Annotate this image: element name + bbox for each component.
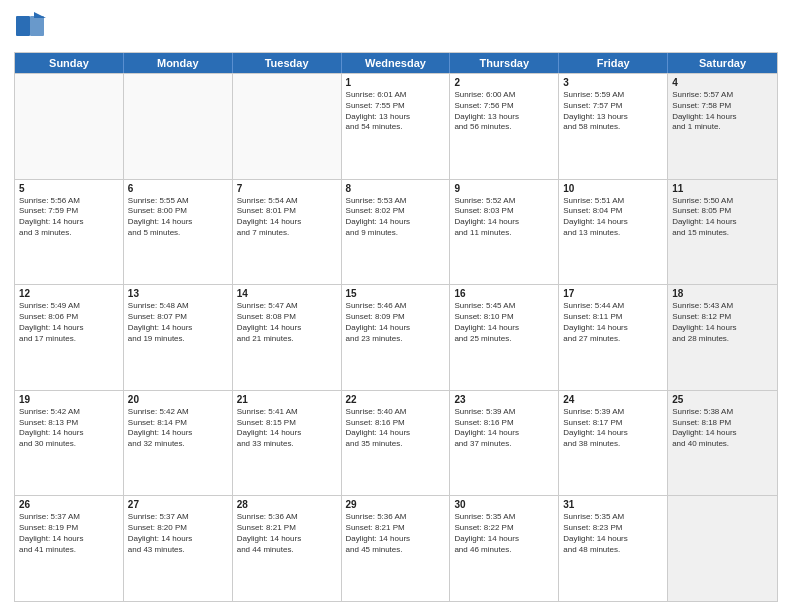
cell-info-line: and 41 minutes. <box>19 545 119 556</box>
cell-info-line: Daylight: 14 hours <box>237 428 337 439</box>
cell-info-line: Sunrise: 5:47 AM <box>237 301 337 312</box>
header-day-saturday: Saturday <box>668 53 777 73</box>
cell-info-line: and 56 minutes. <box>454 122 554 133</box>
cell-info-line: Sunset: 8:04 PM <box>563 206 663 217</box>
cell-info-line: Sunset: 8:12 PM <box>672 312 773 323</box>
day-number: 31 <box>563 499 663 510</box>
day-number: 22 <box>346 394 446 405</box>
cell-info-line: Sunrise: 6:00 AM <box>454 90 554 101</box>
cell-info-line: Sunset: 8:08 PM <box>237 312 337 323</box>
day-number: 26 <box>19 499 119 510</box>
cell-info-line: Daylight: 14 hours <box>346 428 446 439</box>
day-number: 29 <box>346 499 446 510</box>
cell-info-line: and 17 minutes. <box>19 334 119 345</box>
cal-row-4: 26Sunrise: 5:37 AMSunset: 8:19 PMDayligh… <box>15 495 777 601</box>
cell-info-line: Daylight: 14 hours <box>128 217 228 228</box>
day-number: 6 <box>128 183 228 194</box>
cal-row-1: 5Sunrise: 5:56 AMSunset: 7:59 PMDaylight… <box>15 179 777 285</box>
cell-info-line: Daylight: 14 hours <box>346 217 446 228</box>
cal-cell-r2c1: 13Sunrise: 5:48 AMSunset: 8:07 PMDayligh… <box>124 285 233 390</box>
cell-info-line: and 45 minutes. <box>346 545 446 556</box>
cell-info-line: Sunset: 8:05 PM <box>672 206 773 217</box>
cell-info-line: Sunset: 8:22 PM <box>454 523 554 534</box>
cell-info-line: Sunrise: 5:42 AM <box>19 407 119 418</box>
cell-info-line: Sunset: 8:19 PM <box>19 523 119 534</box>
cell-info-line: Daylight: 14 hours <box>672 428 773 439</box>
calendar-body: 1Sunrise: 6:01 AMSunset: 7:55 PMDaylight… <box>15 73 777 601</box>
cell-info-line: Daylight: 14 hours <box>19 534 119 545</box>
day-number: 18 <box>672 288 773 299</box>
day-number: 27 <box>128 499 228 510</box>
cal-cell-r0c0 <box>15 74 124 179</box>
day-number: 12 <box>19 288 119 299</box>
cal-cell-r3c1: 20Sunrise: 5:42 AMSunset: 8:14 PMDayligh… <box>124 391 233 496</box>
cell-info-line: and 1 minute. <box>672 122 773 133</box>
cell-info-line: Sunset: 8:18 PM <box>672 418 773 429</box>
cell-info-line: and 13 minutes. <box>563 228 663 239</box>
day-number: 3 <box>563 77 663 88</box>
cell-info-line: Sunrise: 5:57 AM <box>672 90 773 101</box>
cell-info-line: Sunrise: 5:54 AM <box>237 196 337 207</box>
cell-info-line: Sunrise: 5:36 AM <box>346 512 446 523</box>
cal-cell-r0c2 <box>233 74 342 179</box>
cell-info-line: Daylight: 13 hours <box>563 112 663 123</box>
cell-info-line: Daylight: 14 hours <box>128 534 228 545</box>
cell-info-line: Sunset: 8:10 PM <box>454 312 554 323</box>
cell-info-line: and 28 minutes. <box>672 334 773 345</box>
day-number: 16 <box>454 288 554 299</box>
day-number: 14 <box>237 288 337 299</box>
header-day-tuesday: Tuesday <box>233 53 342 73</box>
cell-info-line: Sunrise: 5:43 AM <box>672 301 773 312</box>
cell-info-line: Sunset: 7:55 PM <box>346 101 446 112</box>
cal-cell-r3c0: 19Sunrise: 5:42 AMSunset: 8:13 PMDayligh… <box>15 391 124 496</box>
cal-cell-r1c6: 11Sunrise: 5:50 AMSunset: 8:05 PMDayligh… <box>668 180 777 285</box>
cell-info-line: Sunrise: 5:42 AM <box>128 407 228 418</box>
cell-info-line: Sunrise: 6:01 AM <box>346 90 446 101</box>
cell-info-line: and 25 minutes. <box>454 334 554 345</box>
cal-cell-r1c4: 9Sunrise: 5:52 AMSunset: 8:03 PMDaylight… <box>450 180 559 285</box>
cal-cell-r4c3: 29Sunrise: 5:36 AMSunset: 8:21 PMDayligh… <box>342 496 451 601</box>
cell-info-line: Daylight: 14 hours <box>19 323 119 334</box>
header-day-thursday: Thursday <box>450 53 559 73</box>
cell-info-line: Sunset: 8:16 PM <box>454 418 554 429</box>
cal-cell-r4c2: 28Sunrise: 5:36 AMSunset: 8:21 PMDayligh… <box>233 496 342 601</box>
cell-info-line: Sunrise: 5:46 AM <box>346 301 446 312</box>
calendar: SundayMondayTuesdayWednesdayThursdayFrid… <box>14 52 778 602</box>
cell-info-line: Sunset: 8:02 PM <box>346 206 446 217</box>
cal-row-3: 19Sunrise: 5:42 AMSunset: 8:13 PMDayligh… <box>15 390 777 496</box>
header-day-sunday: Sunday <box>15 53 124 73</box>
cell-info-line: Daylight: 14 hours <box>563 217 663 228</box>
cell-info-line: Daylight: 14 hours <box>563 428 663 439</box>
cal-cell-r4c0: 26Sunrise: 5:37 AMSunset: 8:19 PMDayligh… <box>15 496 124 601</box>
day-number: 15 <box>346 288 446 299</box>
cell-info-line: Daylight: 14 hours <box>237 534 337 545</box>
cal-cell-r4c1: 27Sunrise: 5:37 AMSunset: 8:20 PMDayligh… <box>124 496 233 601</box>
cell-info-line: Daylight: 14 hours <box>454 428 554 439</box>
day-number: 9 <box>454 183 554 194</box>
cell-info-line: Sunset: 8:15 PM <box>237 418 337 429</box>
cell-info-line: and 35 minutes. <box>346 439 446 450</box>
cell-info-line: Sunset: 8:07 PM <box>128 312 228 323</box>
cell-info-line: Daylight: 14 hours <box>237 217 337 228</box>
cell-info-line: Sunrise: 5:35 AM <box>454 512 554 523</box>
cell-info-line: and 58 minutes. <box>563 122 663 133</box>
cell-info-line: Sunrise: 5:37 AM <box>19 512 119 523</box>
cell-info-line: and 5 minutes. <box>128 228 228 239</box>
cell-info-line: Sunset: 8:21 PM <box>346 523 446 534</box>
cell-info-line: Sunset: 8:06 PM <box>19 312 119 323</box>
cell-info-line: Sunrise: 5:40 AM <box>346 407 446 418</box>
logo-icon <box>14 10 48 44</box>
cal-cell-r4c4: 30Sunrise: 5:35 AMSunset: 8:22 PMDayligh… <box>450 496 559 601</box>
cell-info-line: Sunrise: 5:53 AM <box>346 196 446 207</box>
day-number: 21 <box>237 394 337 405</box>
cell-info-line: Sunrise: 5:49 AM <box>19 301 119 312</box>
cell-info-line: Sunset: 7:56 PM <box>454 101 554 112</box>
header-day-friday: Friday <box>559 53 668 73</box>
cell-info-line: Sunset: 8:21 PM <box>237 523 337 534</box>
header-day-wednesday: Wednesday <box>342 53 451 73</box>
cal-cell-r0c4: 2Sunrise: 6:00 AMSunset: 7:56 PMDaylight… <box>450 74 559 179</box>
cell-info-line: Daylight: 14 hours <box>19 428 119 439</box>
day-number: 2 <box>454 77 554 88</box>
cal-cell-r1c2: 7Sunrise: 5:54 AMSunset: 8:01 PMDaylight… <box>233 180 342 285</box>
day-number: 24 <box>563 394 663 405</box>
